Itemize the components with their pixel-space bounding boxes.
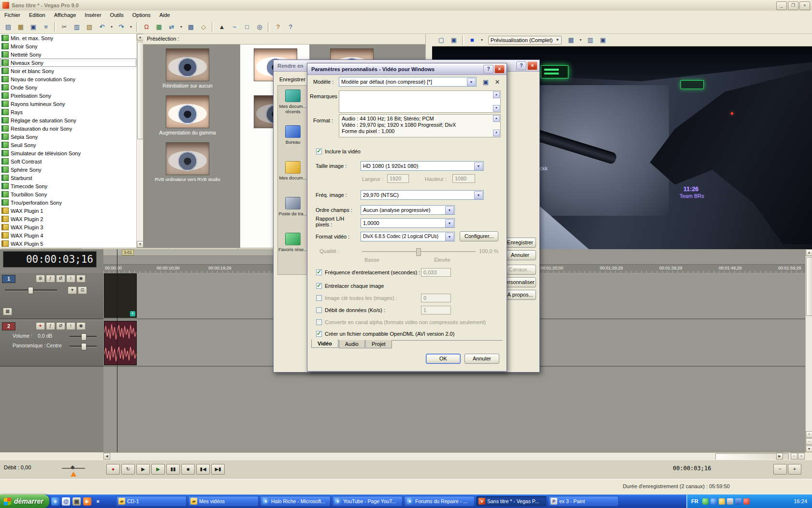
redo-icon[interactable]: ↷ <box>116 21 127 33</box>
keyframe-field[interactable]: 0 <box>421 294 451 302</box>
slider-thumb[interactable] <box>28 287 33 294</box>
chevron-down-icon[interactable]: ▼ <box>467 78 476 87</box>
recent-documents-place[interactable]: Mes docum... récents <box>278 86 308 121</box>
effects-list-item[interactable]: WAX Plugin 3 <box>0 223 136 231</box>
automation-icon[interactable]: ◉ <box>76 322 86 330</box>
interleave-every-frame-checkbox[interactable] <box>316 283 322 289</box>
menu-item[interactable]: Aide <box>155 11 174 20</box>
separator[interactable] <box>268 22 270 32</box>
internet-explorer-icon[interactable]: e <box>51 497 59 506</box>
recorder-tray-icon[interactable] <box>743 498 750 505</box>
effects-list-item[interactable]: Trou/perforation Sony <box>0 198 136 207</box>
language-indicator[interactable]: FR <box>691 498 698 504</box>
record-arm-icon[interactable]: ● <box>36 322 45 330</box>
channels-button[interactable]: Canaux... <box>504 265 536 275</box>
slider-thumb[interactable] <box>81 333 87 341</box>
effects-list-item[interactable]: WAX Plugin 1 <box>0 207 136 215</box>
play-from-start-button[interactable]: ▶ <box>136 464 150 475</box>
frame-size-combo[interactable]: HD 1080 (1 920x1 080) ▼ <box>361 161 484 171</box>
mute-icon[interactable]: Ø <box>56 275 65 283</box>
width-field[interactable]: 1920 <box>387 174 409 183</box>
rate-slider-thumb[interactable]: ◆ <box>71 464 74 470</box>
maximize-button[interactable]: ❐ <box>788 1 798 10</box>
menu-item[interactable]: Fichier <box>0 11 25 20</box>
scroll-left-icon[interactable]: ◀ <box>103 453 110 460</box>
envelope-edit-tool-icon[interactable]: ~ <box>229 21 240 33</box>
scroll-down-icon[interactable]: ▼ <box>493 130 500 136</box>
track-fx-icon[interactable]: ƒ <box>46 322 55 330</box>
track-motion-icon[interactable]: ⊞ <box>36 275 45 283</box>
zoom-edit-tool-icon[interactable]: ◎ <box>254 21 265 33</box>
ripple-caret-icon[interactable]: ▾ <box>178 21 184 33</box>
messenger-tray-icon[interactable] <box>710 498 717 505</box>
tab-audio[interactable]: Audio <box>339 340 365 348</box>
taskbar-task-button[interactable]: V Sans titre * - Vegas P... <box>476 496 547 507</box>
dialog-title-bar[interactable]: Paramètres personnalisés - Vidéo pour Wi… <box>307 63 507 75</box>
track-level-slider[interactable] <box>5 289 57 291</box>
menu-item[interactable]: Options <box>128 11 155 20</box>
interleave-checkbox[interactable] <box>316 269 322 275</box>
desktop-place[interactable]: Bureau <box>278 121 308 157</box>
chevron-down-icon[interactable]: ▼ <box>474 191 483 200</box>
track-view-icon[interactable]: ▦ <box>3 308 12 315</box>
effects-list-item[interactable]: Rays <box>0 108 136 116</box>
cut-icon[interactable]: ✂ <box>58 21 70 33</box>
effects-list-item[interactable]: Réglage de saturation Sony <box>0 116 136 124</box>
help-icon[interactable]: ? <box>516 61 526 70</box>
effects-list-item[interactable]: Restauration du noir Sony <box>0 124 136 133</box>
taskbar-task-button[interactable]: ▰ Mes vidéos <box>188 496 259 507</box>
taskbar-task-button[interactable]: ▰ CD-1 <box>116 496 187 507</box>
effects-list-item[interactable]: Timecode Sony <box>0 182 136 190</box>
ok-button[interactable]: OK <box>426 354 461 364</box>
tab-video[interactable]: Vidéo <box>311 340 338 348</box>
interleave-field[interactable]: 0,033 <box>421 268 451 277</box>
pause-button[interactable]: ▮▮ <box>166 464 180 475</box>
video-track-header[interactable]: 1 ⊞ƒØ!◉ ▾⊡ ▦ <box>0 273 103 319</box>
taskbar-task-button[interactable]: e Halo Riche - Microsoft... <box>260 496 331 507</box>
effects-list-item[interactable]: Simulateur de télévision Sony <box>0 149 136 157</box>
about-button[interactable]: À propos... <box>504 290 536 300</box>
minimize-button[interactable]: _ <box>776 1 787 10</box>
notes-textarea[interactable]: ▲▼ <box>339 90 501 113</box>
effects-list-item[interactable]: Niveaux Sony <box>0 59 136 67</box>
data-rate-checkbox[interactable] <box>316 307 322 313</box>
automation-icon[interactable]: ◉ <box>76 275 86 283</box>
auto-ripple-icon[interactable]: ⇄ <box>166 21 177 33</box>
overlay-grid-icon[interactable]: ▦ <box>565 34 577 46</box>
solo-icon[interactable]: ! <box>66 275 75 283</box>
scroll-down-icon[interactable]: ▼ <box>806 446 812 452</box>
copy-snapshot-icon[interactable]: ▥ <box>584 34 596 46</box>
save-project-icon[interactable]: ▣ <box>28 21 39 33</box>
effects-list-item[interactable]: Noyau de convolution Sony <box>0 75 136 83</box>
pan-slider[interactable] <box>70 345 97 347</box>
frame-rate-combo[interactable]: 29,970 (NTSC) ▼ <box>361 190 484 200</box>
audio-event-clip[interactable] <box>104 321 137 365</box>
effects-list-item[interactable]: Sphère Sony <box>0 165 136 174</box>
video-output-icon[interactable]: ▣ <box>448 34 460 46</box>
open-project-icon[interactable]: ▦ <box>15 21 27 33</box>
help-icon[interactable]: ? <box>483 65 493 74</box>
menu-item[interactable]: Insérer <box>80 11 105 20</box>
timeline-horizontal-scrollbar[interactable]: ◀ ▶ − + <box>103 452 805 460</box>
menu-item[interactable]: Edition <box>25 11 50 20</box>
effects-list-item[interactable]: Sépia Sony <box>0 133 136 141</box>
grid-caret-icon[interactable]: ▾ <box>578 34 583 46</box>
loop-playback-button[interactable]: ↻ <box>121 464 135 475</box>
opendml-checkbox[interactable] <box>316 331 322 337</box>
scrollbar-thumb[interactable] <box>806 257 812 316</box>
video-format-combo[interactable]: DivX 6.8.5 Codec (2 Logical CPUs) ▼ <box>361 232 455 241</box>
height-field[interactable]: 1080 <box>452 174 475 183</box>
scroll-up-icon[interactable]: ▲ <box>493 91 500 98</box>
chevron-down-icon[interactable]: ▼ <box>445 219 454 228</box>
data-rate-field[interactable]: 1 <box>421 306 451 314</box>
separator[interactable] <box>212 22 214 32</box>
scroll-right-icon[interactable]: ▶ <box>776 453 783 460</box>
undo-caret-icon[interactable]: ▾ <box>109 21 115 33</box>
quick-launch-overflow[interactable]: » <box>94 497 102 506</box>
close-button[interactable]: × <box>799 1 810 10</box>
taskbar-task-button[interactable]: e Forums du Repaire - ... <box>404 496 475 507</box>
effects-list-item[interactable]: Min. et max. Sony <box>0 34 136 42</box>
effects-list-item[interactable]: Netteté Sony <box>0 50 136 59</box>
separator[interactable] <box>54 22 56 32</box>
my-documents-place[interactable]: Mes docum... <box>278 157 308 193</box>
